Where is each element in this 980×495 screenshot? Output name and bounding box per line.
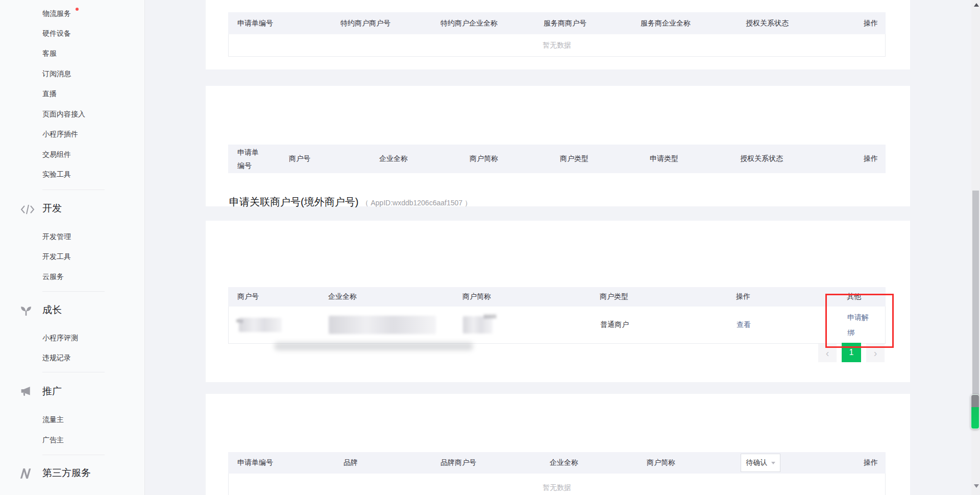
blur-artifact — [484, 315, 497, 318]
sidebar-divider — [42, 455, 105, 455]
sidebar-divider — [42, 291, 105, 292]
col-header: 商户号 — [228, 292, 319, 301]
col-header: 服务商商户号 — [534, 19, 631, 28]
col-header: 商户简称 — [453, 292, 591, 301]
card-linked-merchants: 已关联商户号 商户号 企业全称 商户简称 商户类型 操作 其他 — [206, 221, 910, 382]
scrollbar-down-arrow[interactable] — [974, 484, 979, 488]
redacted-company-name — [329, 316, 436, 334]
col-header: 品牌商户号 — [431, 458, 541, 467]
section-title: 申请关联商户号(境外商户号) — [229, 195, 358, 209]
sidebar-item-traffic-owner[interactable]: 流量主 — [42, 414, 64, 425]
code-icon — [20, 204, 35, 215]
sidebar-item-page-content[interactable]: 页面内容接入 — [42, 109, 85, 119]
sidebar-item-hardware[interactable]: 硬件设备 — [42, 28, 71, 38]
table-row: 普通商户 查看 申请解绑 — [228, 307, 886, 344]
sidebar-item-violation-records[interactable]: 违规记录 — [42, 352, 71, 363]
sidebar-section-third-party[interactable]: 第三方服务 — [42, 466, 91, 480]
linked-merchants-table: 商户号 企业全称 商户简称 商户类型 操作 其他 普通商户 查看 — [228, 287, 886, 344]
col-header: 特约商户企业全称 — [431, 19, 534, 28]
sidebar-item-plugins[interactable]: 小程序插件 — [42, 129, 78, 139]
col-header: 特约商户商户号 — [331, 19, 431, 28]
col-header-action: 操作 — [813, 458, 886, 467]
sidebar-item-miniprogram-evaluation[interactable]: 小程序评测 — [42, 333, 78, 343]
megaphone-icon — [20, 387, 35, 397]
table-header-row: 商户号 企业全称 商户简称 商户类型 操作 其他 — [228, 287, 886, 307]
brand-accounts-table: 申请单编号 品牌 品牌商户号 企业全称 商户简称 待确认 操作 暂无数据 — [228, 452, 886, 495]
third-party-icon — [20, 468, 35, 479]
merchant-id-cell — [229, 318, 320, 332]
col-header: 商户号 — [280, 154, 370, 163]
section-title-row: 申请关联商户号(境外商户号) （ AppID:wxddb1206c6aaf150… — [229, 195, 472, 209]
col-header-action: 操作 — [813, 154, 886, 163]
view-link-cell: 查看 — [727, 320, 838, 329]
sidebar-item-live[interactable]: 直播 — [42, 88, 57, 99]
col-header: 商户简称 — [638, 458, 731, 467]
status-filter-label: 待确认 — [746, 458, 768, 467]
sidebar-item-customer-service[interactable]: 客服 — [42, 48, 57, 58]
merchant-shortname-cell — [454, 316, 591, 334]
overseas-association-table: 申请单编号 商户号 企业全称 商户简称 商户类型 申请类型 授权关系状态 操作 — [228, 145, 886, 173]
redacted-merchant-id — [239, 318, 282, 332]
sidebar-item-trade-component[interactable]: 交易组件 — [42, 149, 71, 159]
merchant-type-cell: 普通商户 — [591, 320, 727, 329]
sidebar-item-dev-management[interactable]: 开发管理 — [42, 231, 71, 242]
sidebar-item-dev-tools[interactable]: 开发工具 — [42, 251, 71, 262]
col-header: 企业全称 — [319, 292, 453, 301]
sprout-icon — [20, 305, 35, 316]
sidebar: 物流服务 硬件设备 客服 订阅消息 直播 页面内容接入 小程序插件 交易组件 实… — [0, 0, 145, 495]
sidebar-item-cloud-service[interactable]: 云服务 — [42, 271, 64, 281]
col-header: 授权关系状态 — [737, 19, 818, 28]
chevron-down-icon — [771, 462, 775, 464]
red-highlight-box — [825, 294, 894, 348]
col-header: 申请单编号 — [228, 458, 334, 467]
col-header: 商户类型 — [551, 154, 641, 163]
blur-artifact-smudge — [274, 342, 473, 350]
col-header: 操作 — [727, 292, 838, 301]
sidebar-divider — [42, 190, 105, 190]
redacted-shortname — [463, 316, 493, 334]
col-header: 申请类型 — [641, 154, 731, 163]
col-header: 服务商企业全称 — [631, 19, 737, 28]
col-header: 授权关系状态 — [731, 154, 813, 163]
blur-artifact — [237, 320, 239, 322]
sidebar-item-advertiser[interactable]: 广告主 — [42, 435, 64, 445]
col-header: 申请单编号 — [228, 19, 331, 28]
status-filter-cell: 待确认 — [731, 454, 813, 472]
col-header-action: 操作 — [818, 19, 886, 28]
col-header: 品牌 — [334, 458, 431, 467]
sidebar-item-subscribe-message[interactable]: 订阅消息 — [42, 68, 71, 79]
pending-association-table: 申请单编号 特约商户商户号 特约商户企业全称 服务商商户号 服务商企业全称 授权… — [228, 12, 886, 57]
col-header: 申请单编号 — [228, 146, 280, 172]
status-filter-dropdown[interactable]: 待确认 — [741, 454, 780, 472]
scrollbar-thumb[interactable] — [972, 191, 979, 412]
sidebar-section-dev[interactable]: 开发 — [42, 202, 62, 215]
table-header-row: 申请单编号 品牌 品牌商户号 企业全称 商户简称 待确认 操作 — [228, 452, 886, 474]
view-link[interactable]: 查看 — [737, 320, 751, 328]
table-header-row: 申请单编号 特约商户商户号 特约商户企业全称 服务商商户号 服务商企业全称 授权… — [228, 12, 886, 34]
card-pending-association: 申请单编号 特约商户商户号 特约商户企业全称 服务商商户号 服务商企业全称 授权… — [206, 0, 910, 69]
col-header: 商户类型 — [591, 292, 727, 301]
sidebar-divider — [42, 372, 105, 372]
appid-label: （ AppID:wxddb1206c6aaf1507 ） — [361, 199, 472, 208]
empty-state-text: 暂无数据 — [228, 474, 886, 495]
card-brand-accounts: 微信支付品牌账号 （ 当前账号的AppID：wxddb1206c6aaf1507… — [206, 394, 910, 495]
sidebar-item-lab-tools[interactable]: 实验工具 — [42, 169, 71, 179]
scrollbar-up-arrow[interactable] — [974, 3, 979, 7]
sidebar-section-promotion[interactable]: 推广 — [42, 385, 62, 398]
card-overseas-association: 申请关联商户号(境外商户号) （ AppID:wxddb1206c6aaf150… — [206, 86, 910, 206]
col-header: 企业全称 — [370, 154, 460, 163]
table-header-row: 申请单编号 商户号 企业全称 商户简称 商户类型 申请类型 授权关系状态 操作 — [228, 145, 886, 173]
notification-dot — [76, 8, 79, 11]
col-header: 商户简称 — [460, 154, 551, 163]
scroll-capture-indicator — [971, 394, 979, 429]
col-header: 企业全称 — [541, 458, 638, 467]
sidebar-section-growth[interactable]: 成长 — [42, 303, 62, 317]
sidebar-item-logistics[interactable]: 物流服务 — [42, 8, 71, 18]
company-name-cell — [320, 316, 454, 334]
wechat-miniprogram-admin-page: 物流服务 硬件设备 客服 订阅消息 直播 页面内容接入 小程序插件 交易组件 实… — [0, 0, 980, 495]
empty-state-text: 暂无数据 — [228, 34, 886, 57]
